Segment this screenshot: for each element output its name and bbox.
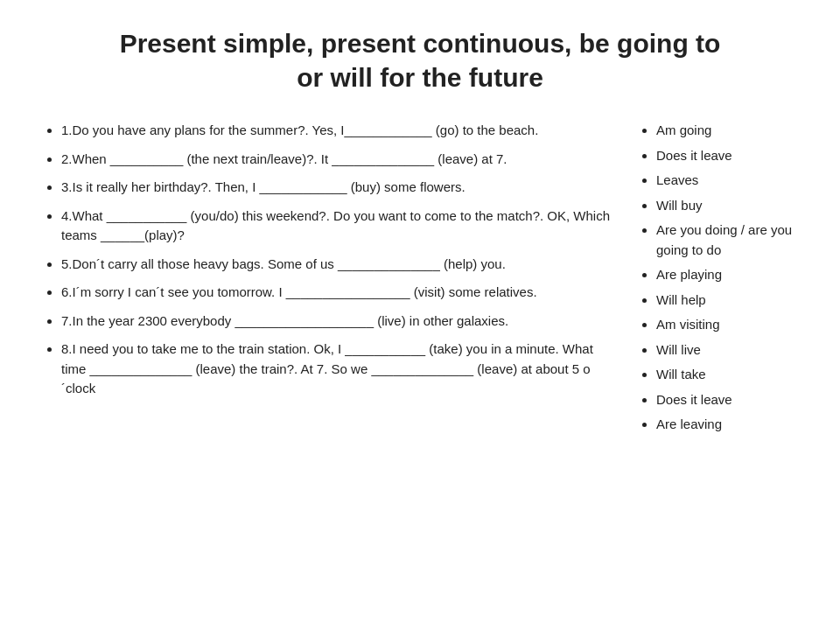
list-item: 1.Do you have any plans for the summer?.… — [61, 121, 612, 141]
list-item: Are you doing / are you going to do — [656, 220, 805, 260]
list-item: Are leaving — [656, 415, 805, 435]
list-item: Does it leave — [656, 390, 805, 410]
list-item: Are playing — [656, 265, 805, 285]
page-title: Present simple, present continuous, be g… — [35, 26, 805, 94]
questions-list: 1.Do you have any plans for the summer?.… — [44, 121, 612, 399]
list-item: Will live — [656, 340, 805, 360]
list-item: 7.In the year 2300 everybody ___________… — [61, 312, 612, 332]
content-area: 1.Do you have any plans for the summer?.… — [35, 121, 805, 440]
list-item: Will buy — [656, 196, 805, 216]
answers-list: Am goingDoes it leaveLeavesWill buyAre y… — [639, 121, 805, 435]
list-item: Leaves — [656, 171, 805, 191]
list-item: 8.I need you to take me to the train sta… — [61, 340, 612, 399]
questions-column: 1.Do you have any plans for the summer?.… — [35, 121, 612, 408]
list-item: Am visiting — [656, 315, 805, 335]
answers-column: Am goingDoes it leaveLeavesWill buyAre y… — [630, 121, 805, 440]
list-item: 4.What ___________ (you/do) this weekend… — [61, 206, 612, 246]
list-item: Does it leave — [656, 146, 805, 166]
list-item: 3.Is it really her birthday?. Then, I __… — [61, 178, 612, 198]
list-item: 2.When __________ (the next train/leave)… — [61, 150, 612, 170]
list-item: Am going — [656, 121, 805, 141]
list-item: Will take — [656, 365, 805, 385]
list-item: Will help — [656, 290, 805, 311]
list-item: 6.I´m sorry I can´t see you tomorrow. I … — [61, 283, 612, 303]
list-item: 5.Don´t carry all those heavy bags. Some… — [61, 255, 612, 275]
